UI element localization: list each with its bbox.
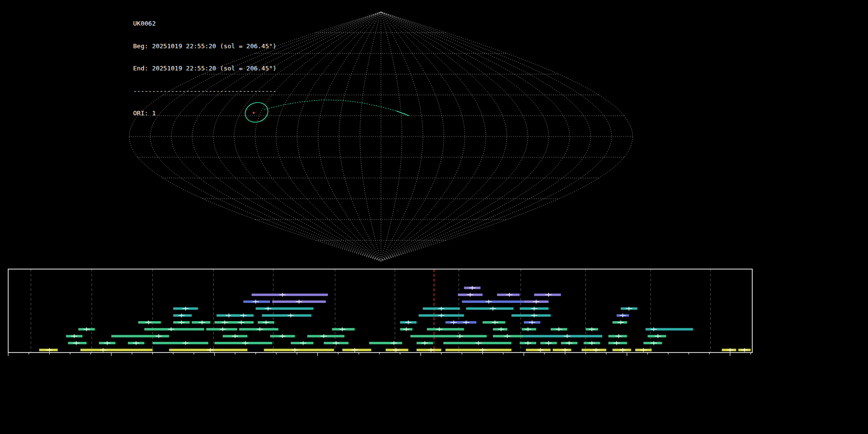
shower-bar-eta [81,349,153,351]
shower-bar-ori [427,328,464,330]
end-line: End: 20251019 22:55:20 (sol = 206.45°) [133,65,276,72]
svg-text:EVI: EVI [0,0,13,1]
divider-line: -------------------------------------- [133,87,276,95]
radiant-drift-current [396,111,409,116]
station-id: UK0062 [133,20,276,27]
shower-bar-eri [252,294,328,296]
shower-bar-com [524,335,602,338]
run-info-block: UK0062 Beg: 20251019 22:55:20 (sol = 206… [133,5,276,132]
shower-bar-nda [264,349,334,351]
shower-bar-sta [410,335,487,338]
shower-bar-dsx [369,342,402,344]
shower-bar-per [262,314,312,317]
activity-timeline [8,269,752,356]
radiant-drift-track [264,100,406,114]
sky-meridian [381,12,423,261]
sky-meridian [339,12,381,261]
shower-bar-sda [256,307,313,310]
shower-bar-ssg [152,342,208,344]
shower-bar-nta [446,349,512,351]
timeline-frame [8,269,752,353]
meteor-plot-page: +180+150+120+90+60+30+0+330+300+270+240+… [0,0,868,434]
beg-line: Beg: 20251019 22:55:20 (sol = 206.45°) [133,42,276,50]
shower-bar-and [462,300,524,303]
shower-count-line: ORI: 1 [133,109,276,117]
plot-canvas: +180+150+120+90+60+30+0+330+300+270+240+… [0,0,868,434]
